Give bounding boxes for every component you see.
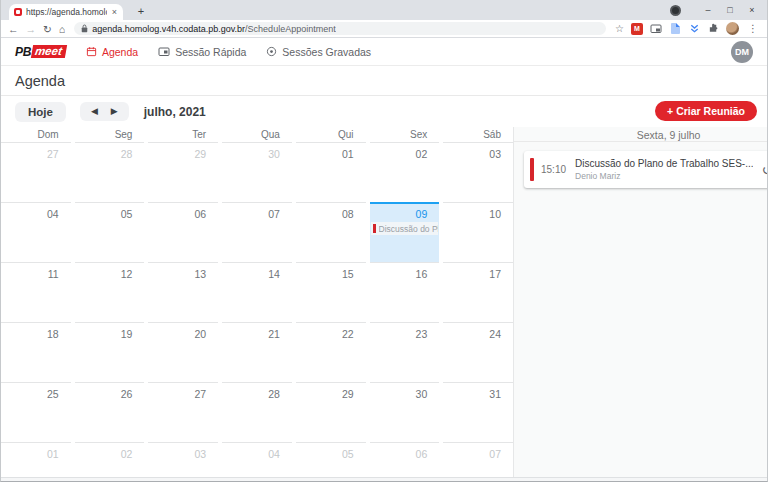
tab-close-icon[interactable]: × <box>111 4 118 20</box>
day-cell-27[interactable]: 27 <box>148 382 218 442</box>
day-number: 12 <box>75 263 145 280</box>
event-title: Discussão do Plano de Trabalho SES-... <box>575 158 753 169</box>
day-cell-22[interactable]: 22 <box>296 322 366 382</box>
day-cell-09-selected[interactable]: 09Discussão do Plano <box>370 202 440 262</box>
day-cell-20[interactable]: 20 <box>148 322 218 382</box>
month-label: julho, 2021 <box>144 105 206 119</box>
maximize-button[interactable]: □ <box>719 0 741 20</box>
day-cell-27[interactable]: 27 <box>1 142 71 202</box>
event-chip[interactable]: Discussão do Plano <box>371 222 439 235</box>
home-icon[interactable]: ⌂ <box>59 20 65 38</box>
recording-indicator-icon[interactable] <box>670 5 681 16</box>
day-cell-07[interactable]: 07 <box>443 442 513 477</box>
create-meeting-button[interactable]: + Criar Reunião <box>655 101 757 121</box>
day-cell-30[interactable]: 30 <box>222 142 292 202</box>
day-cell-21[interactable]: 21 <box>222 322 292 382</box>
day-cell-02[interactable]: 02 <box>75 442 145 477</box>
nav-item-agenda[interactable]: Agenda <box>86 46 138 58</box>
day-cell-15[interactable]: 15 <box>296 262 366 322</box>
tab-title: https://agenda.homolog.v4h.cod <box>26 7 107 17</box>
prev-month-icon[interactable]: ◀ <box>91 105 98 118</box>
day-cell-28[interactable]: 28 <box>222 382 292 442</box>
weekday-label: Ter <box>148 127 218 143</box>
extensions-puzzle-icon[interactable] <box>707 23 719 35</box>
day-cell-01[interactable]: 01 <box>1 442 71 477</box>
day-cell-18[interactable]: 18 <box>1 322 71 382</box>
month-calendar: DomSegTerQuaQuiSexSáb 272829300102030405… <box>1 127 513 477</box>
nav-item-sessoes-gravadas[interactable]: Sessões Gravadas <box>266 46 371 58</box>
day-cell-08[interactable]: 08 <box>296 202 366 262</box>
day-cell-02[interactable]: 02 <box>370 142 440 202</box>
day-cell-06[interactable]: 06 <box>370 442 440 477</box>
day-cell-11[interactable]: 11 <box>1 262 71 322</box>
day-cell-03[interactable]: 03 <box>443 142 513 202</box>
day-number: 27 <box>1 143 71 160</box>
event-card[interactable]: 15:10 Discussão do Plano de Trabalho SES… <box>524 151 768 188</box>
forward-icon[interactable]: → <box>26 20 37 38</box>
day-cell-14[interactable]: 14 <box>222 262 292 322</box>
pbmeet-logo[interactable]: PB meet <box>15 45 66 59</box>
day-number: 07 <box>443 443 513 460</box>
day-number: 28 <box>222 383 292 400</box>
month-nav: ◀ ▶ <box>80 102 129 121</box>
extension-chevrons-icon[interactable] <box>688 23 700 35</box>
bookmark-star-icon[interactable]: ☆ <box>615 23 624 34</box>
new-tab-button[interactable]: + <box>133 3 149 19</box>
browser-tab[interactable]: https://agenda.homolog.v4h.cod × <box>9 4 123 20</box>
day-cell-05[interactable]: 05 <box>296 442 366 477</box>
day-number: 02 <box>370 143 440 160</box>
extension-red-icon[interactable]: M <box>631 23 643 35</box>
day-number: 04 <box>222 443 292 460</box>
extension-doc-icon[interactable] <box>669 23 681 35</box>
day-cell-28[interactable]: 28 <box>75 142 145 202</box>
day-cell-05[interactable]: 05 <box>75 202 145 262</box>
day-cell-29[interactable]: 29 <box>148 142 218 202</box>
minimize-button[interactable]: – <box>697 0 719 20</box>
reload-icon[interactable]: ↻ <box>43 20 52 38</box>
day-number: 18 <box>1 323 71 340</box>
day-cell-13[interactable]: 13 <box>148 262 218 322</box>
day-cell-10[interactable]: 10 <box>443 202 513 262</box>
close-button[interactable]: × <box>741 0 763 20</box>
next-month-icon[interactable]: ▶ <box>111 105 118 118</box>
day-cell-04[interactable]: 04 <box>1 202 71 262</box>
day-cell-07[interactable]: 07 <box>222 202 292 262</box>
browser-profile-avatar[interactable] <box>726 22 739 35</box>
weekday-label: Seg <box>75 127 145 143</box>
day-cell-24[interactable]: 24 <box>443 322 513 382</box>
nav-item-sessao-rapida[interactable]: Sessão Rápida <box>158 46 246 58</box>
logo-pb: PB <box>15 45 31 59</box>
day-cell-30[interactable]: 30 <box>370 382 440 442</box>
day-cell-26[interactable]: 26 <box>75 382 145 442</box>
day-number: 16 <box>370 263 440 280</box>
day-number: 22 <box>296 323 366 340</box>
day-cell-29[interactable]: 29 <box>296 382 366 442</box>
today-button[interactable]: Hoje <box>15 102 66 122</box>
url-text: agenda.homolog.v4h.codata.pb.gov.br/Sche… <box>92 24 336 34</box>
day-cell-19[interactable]: 19 <box>75 322 145 382</box>
tab-strip: https://agenda.homolog.v4h.cod × + – □ × <box>1 0 767 20</box>
event-color-bar <box>530 158 534 181</box>
url-input[interactable]: agenda.homolog.v4h.codata.pb.gov.br/Sche… <box>74 22 606 35</box>
browser-menu-icon[interactable]: ⋮ <box>746 23 760 34</box>
history-icon[interactable]: ↺ <box>761 163 768 177</box>
day-number: 28 <box>75 143 145 160</box>
calendar-toolbar: Hoje ◀ ▶ julho, 2021 + Criar Reunião <box>1 96 767 127</box>
back-icon[interactable]: ← <box>8 20 19 38</box>
day-cell-12[interactable]: 12 <box>75 262 145 322</box>
day-cell-03[interactable]: 03 <box>148 442 218 477</box>
weekday-label: Qui <box>296 127 366 143</box>
day-cell-16[interactable]: 16 <box>370 262 440 322</box>
calendar-icon <box>86 46 97 57</box>
day-cell-23[interactable]: 23 <box>370 322 440 382</box>
extension-pip-icon[interactable] <box>650 23 662 35</box>
day-cell-31[interactable]: 31 <box>443 382 513 442</box>
day-cell-01[interactable]: 01 <box>296 142 366 202</box>
day-cell-06[interactable]: 06 <box>148 202 218 262</box>
day-cell-17[interactable]: 17 <box>443 262 513 322</box>
day-cell-25[interactable]: 25 <box>1 382 71 442</box>
day-number: 31 <box>443 383 513 400</box>
user-avatar[interactable]: DM <box>731 41 753 63</box>
day-cell-04[interactable]: 04 <box>222 442 292 477</box>
weekday-row: DomSegTerQuaQuiSexSáb <box>1 127 513 142</box>
